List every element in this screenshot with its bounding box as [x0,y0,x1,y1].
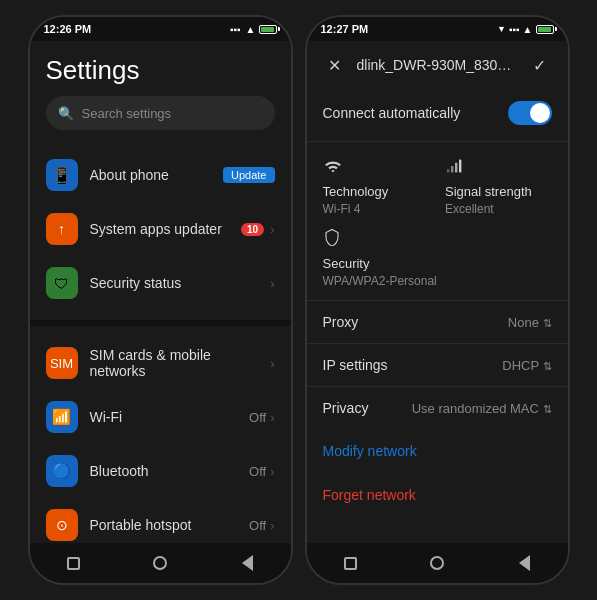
signal-strength-info: Signal strength Excellent [445,158,552,216]
section-divider-1 [30,320,291,326]
security-label: Security [323,256,552,271]
wifi-label: Wi-Fi [90,409,250,425]
bluetooth-value: Off [249,464,266,479]
proxy-label: Proxy [323,314,359,330]
settings-item-security-status[interactable]: 🛡 Security status › [30,256,291,310]
privacy-label: Privacy [323,400,369,416]
settings-header: Settings 🔍 Search settings [30,41,291,138]
battery-fill-right [538,27,551,32]
network-section: SIM SIM cards & mobile networks › 📶 Wi-F… [30,336,291,543]
nav-home-button[interactable] [146,549,174,577]
hotspot-chevron: › [270,518,274,533]
signal-icon-right: ▪▪▪ [509,24,520,35]
nav-back-button-right[interactable] [510,549,538,577]
technology-value: Wi-Fi 4 [323,202,430,216]
settings-item-hotspot[interactable]: ⊙ Portable hotspot Off › [30,498,291,543]
bluetooth-chevron: › [270,464,274,479]
connect-automatically-label: Connect automatically [323,105,461,121]
connect-automatically-toggle[interactable] [508,101,552,125]
save-check-button[interactable]: ✓ [526,51,554,79]
proxy-arrows: ⇅ [543,317,552,329]
system-apps-label: System apps updater [90,221,242,237]
top-section: 📱 About phone Update ↑ System apps updat… [30,148,291,310]
bluetooth-icon: 🔵 [46,455,78,487]
about-phone-label: About phone [90,167,224,183]
nav-home-button-right[interactable] [423,549,451,577]
hotspot-label: Portable hotspot [90,517,250,533]
wifi-signal-icon: ▲ [246,24,256,35]
system-apps-chevron: › [270,222,274,237]
settings-screen: Settings 🔍 Search settings 📱 About phone… [30,41,291,543]
status-icons-right: ▼ ▪▪▪ ▲ [497,24,553,35]
info-divider [307,141,568,142]
settings-item-sim[interactable]: SIM SIM cards & mobile networks › [30,336,291,390]
security-info: Security WPA/WPA2-Personal [323,228,552,288]
wifi-icon: 📶 [46,401,78,433]
search-bar[interactable]: 🔍 Search settings [46,96,275,130]
nav-back-button[interactable] [233,549,261,577]
forget-network-link[interactable]: Forget network [307,473,568,517]
wifi-info-grid: Technology Wi-Fi 4 Signal strength Excel… [307,146,568,228]
search-placeholder: Search settings [82,106,172,121]
ip-settings-row[interactable]: IP settings DHCP ⇅ [307,343,568,386]
wifi-detail-screen: ✕ dlink_DWR-930M_830F net... ✓ Connect a… [307,41,568,543]
nav-back-icon-right [519,555,530,571]
modify-network-link[interactable]: Modify network [307,429,568,473]
battery-icon-left [259,25,277,34]
signal-strength-label: Signal strength [445,184,552,199]
signal-icon-left: ▪▪▪ [230,24,241,35]
search-icon: 🔍 [58,106,74,121]
security-info-row: Security WPA/WPA2-Personal [307,228,568,300]
ip-settings-label: IP settings [323,357,388,373]
privacy-row[interactable]: Privacy Use randomized MAC ⇅ [307,386,568,429]
svg-rect-0 [447,169,449,172]
settings-item-about-phone[interactable]: 📱 About phone Update [30,148,291,202]
about-phone-icon: 📱 [46,159,78,191]
status-time-right: 12:27 PM [321,23,369,35]
svg-rect-3 [459,160,461,173]
settings-item-bluetooth[interactable]: 🔵 Bluetooth Off › [30,444,291,498]
wifi-signal-right: ▲ [523,24,533,35]
sim-label: SIM cards & mobile networks [90,347,271,379]
status-bar-right: 12:27 PM ▼ ▪▪▪ ▲ [307,17,568,41]
battery-icon-right [536,25,554,34]
signal-strength-icon [445,158,552,179]
status-bar-left: 12:26 PM ▪▪▪ ▲ [30,17,291,41]
hotspot-value: Off [249,518,266,533]
technology-label: Technology [323,184,430,199]
nav-square-button-right[interactable] [336,549,364,577]
svg-rect-2 [455,163,457,173]
check-icon: ✓ [533,56,546,75]
security-shield-icon [323,228,552,251]
system-apps-icon: ↑ [46,213,78,245]
nav-square-button[interactable] [59,549,87,577]
security-value: WPA/WPA2-Personal [323,274,552,288]
ip-arrows: ⇅ [543,360,552,372]
nav-circle-icon [153,556,167,570]
proxy-row[interactable]: Proxy None ⇅ [307,300,568,343]
proxy-value: None ⇅ [508,315,552,330]
nav-back-icon [242,555,253,571]
svg-rect-1 [451,166,453,172]
ip-settings-value: DHCP ⇅ [502,358,551,373]
status-time-left: 12:26 PM [44,23,92,35]
hotspot-icon: ⊙ [46,509,78,541]
connect-automatically-row: Connect automatically [307,89,568,137]
nav-square-icon-right [344,557,357,570]
settings-title: Settings [46,55,275,86]
security-status-label: Security status [90,275,271,291]
status-icons-left: ▪▪▪ ▲ [230,24,277,35]
bluetooth-label: Bluetooth [90,463,250,479]
signal-strength-value: Excellent [445,202,552,216]
wifi-chevron: › [270,410,274,425]
technology-info: Technology Wi-Fi 4 [323,158,430,216]
security-status-chevron: › [270,276,274,291]
left-phone: 12:26 PM ▪▪▪ ▲ Settings 🔍 Search setting… [28,15,293,585]
nav-bar-right [307,543,568,583]
close-button[interactable]: ✕ [321,51,349,79]
wifi-header: ✕ dlink_DWR-930M_830F net... ✓ [307,41,568,89]
settings-item-wifi[interactable]: 📶 Wi-Fi Off › [30,390,291,444]
settings-item-system-apps[interactable]: ↑ System apps updater 10 › [30,202,291,256]
right-phone: 12:27 PM ▼ ▪▪▪ ▲ ✕ dlink_DWR-930M_830F n… [305,15,570,585]
nav-bar-left [30,543,291,583]
